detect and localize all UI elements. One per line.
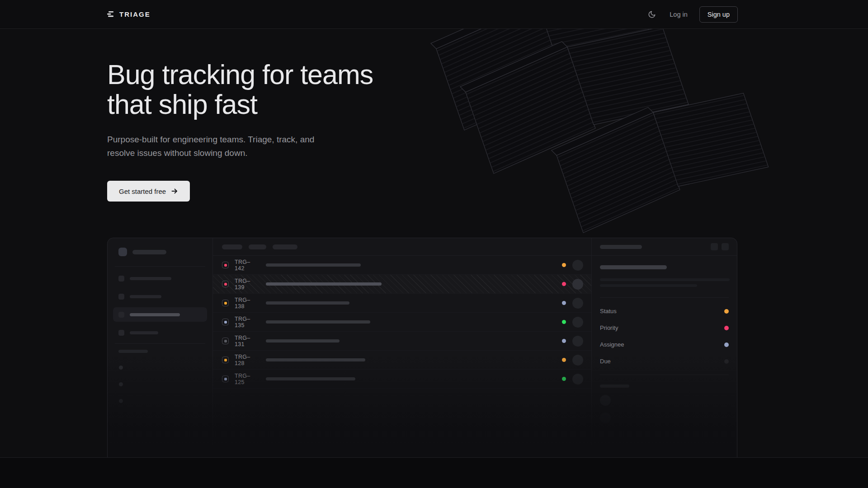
top-nav: TRIAGE Log in Sign up: [0, 0, 868, 29]
theme-toggle-button[interactable]: [646, 9, 658, 20]
skeleton-bar: [600, 385, 629, 388]
field-label: Due: [600, 358, 611, 365]
moon-icon: [648, 10, 656, 19]
skeleton-bar: [600, 284, 697, 287]
issue-status-icon: [222, 262, 229, 268]
signup-button[interactable]: Sign up: [699, 6, 738, 23]
hero-subtitle: Purpose-built for engineering teams. Tri…: [107, 133, 324, 160]
field-label: Assignee: [600, 341, 624, 348]
avatar: [572, 336, 583, 347]
issue-id: TRG–128: [235, 354, 260, 366]
issue-priority-dot: [562, 301, 566, 305]
issue-id: TRG–142: [235, 259, 260, 272]
skeleton-bar: [130, 331, 158, 334]
login-link[interactable]: Log in: [670, 11, 688, 18]
field-value-dot: [724, 309, 729, 314]
cta-label: Get started free: [119, 188, 166, 195]
mockup-nav-item-selected: [113, 307, 207, 322]
skeleton-bar: [266, 358, 365, 361]
title-line-2: that ship fast: [107, 89, 257, 120]
workspace-avatar: [118, 248, 127, 256]
avatar: [572, 260, 583, 271]
issue-row: TRG–128: [213, 351, 591, 370]
skeleton-bar: [600, 245, 642, 249]
mockup-sidebar: [108, 238, 213, 458]
footer-section: [0, 458, 868, 488]
skeleton-tab: [273, 244, 297, 249]
issue-id: TRG–135: [235, 316, 260, 328]
mockup-nav-item: [113, 289, 207, 304]
skeleton-bar: [600, 278, 730, 281]
issue-rows: TRG–142 TRG–139 TRG–138 TRG–135 TRG–131 …: [213, 256, 591, 389]
panel-field-row: Priority: [600, 319, 729, 336]
panel-action-square: [722, 243, 729, 250]
skeleton-bar: [132, 250, 166, 254]
skeleton-tab: [249, 244, 266, 249]
mockup-workspace-row: [108, 238, 212, 256]
issue-status-icon: [222, 300, 229, 306]
skeleton-bar: [118, 350, 148, 353]
issue-status-icon: [222, 319, 229, 325]
skeleton-bar: [266, 320, 370, 324]
field-label: Status: [600, 308, 617, 314]
issue-status-icon: [222, 375, 229, 382]
avatar: [572, 298, 583, 309]
field-value-dot: [724, 359, 729, 364]
issue-row: TRG–139: [213, 275, 591, 294]
app-mockup: TRG–142 TRG–139 TRG–138 TRG–135 TRG–131 …: [107, 238, 737, 458]
panel-action-square: [711, 243, 718, 250]
arrow-right-icon: [171, 188, 178, 195]
skeleton-bar: [130, 313, 180, 316]
skeleton-bar: [130, 295, 161, 298]
avatar: [572, 317, 583, 328]
mockup-nav-item: [113, 271, 207, 286]
avatar: [572, 355, 583, 366]
field-label: Priority: [600, 324, 618, 331]
nav-item-icon: [118, 330, 124, 336]
issue-priority-dot: [562, 263, 566, 267]
brand-logo[interactable]: TRIAGE: [107, 10, 151, 18]
mockup-list-header: [213, 238, 591, 256]
skeleton-bar: [130, 277, 171, 280]
issue-priority-dot: [562, 339, 566, 343]
issue-row: TRG–138: [213, 294, 591, 313]
issue-id: TRG–139: [235, 278, 260, 291]
panel-field-row: Status: [600, 303, 729, 319]
issue-status-icon: [222, 357, 229, 363]
avatar: [600, 395, 611, 406]
nav-item-icon: [118, 312, 124, 318]
issue-priority-dot: [562, 377, 566, 381]
skeleton-bar: [600, 265, 667, 269]
panel-header: [592, 238, 737, 256]
avatar: [572, 279, 583, 290]
issue-status-icon: [222, 338, 229, 344]
issue-priority-dot: [562, 320, 566, 324]
nav-item-icon: [118, 294, 124, 300]
skeleton-dot: [119, 399, 123, 403]
triage-bars-icon: [107, 11, 114, 18]
title-line-1: Bug tracking for teams: [107, 59, 373, 90]
hero-section: Bug tracking for teams that ship fast Pu…: [0, 29, 868, 458]
skeleton-bar: [266, 377, 355, 380]
issue-id: TRG–125: [235, 373, 260, 385]
divider: [600, 375, 729, 375]
issue-row: TRG–125: [213, 370, 591, 389]
mockup-nav-items: [108, 267, 212, 340]
divider: [115, 343, 205, 344]
issue-row: TRG–135: [213, 313, 591, 332]
mockup-issue-list: TRG–142 TRG–139 TRG–138 TRG–135 TRG–131 …: [213, 238, 591, 458]
skeleton-tab: [222, 244, 242, 249]
nav-item-icon: [118, 276, 124, 282]
get-started-button[interactable]: Get started free: [107, 181, 190, 202]
issue-priority-dot: [562, 282, 566, 286]
skeleton-dot: [119, 366, 123, 370]
issue-id: TRG–138: [235, 297, 260, 310]
issue-id: TRG–131: [235, 335, 260, 347]
mockup-detail-panel: Status Priority Assignee Due: [591, 238, 737, 458]
issue-row: TRG–131: [213, 332, 591, 351]
mockup-nav-item: [113, 325, 207, 340]
field-value-dot: [724, 326, 729, 330]
skeleton-bar: [266, 263, 361, 267]
divider: [600, 297, 729, 298]
issue-row: TRG–142: [213, 256, 591, 275]
